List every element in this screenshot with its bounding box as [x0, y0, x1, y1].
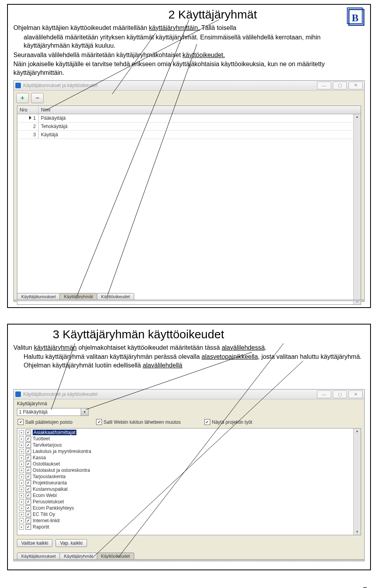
tab-permissions[interactable]: Käyttöoikeudet	[97, 553, 134, 559]
tree-node[interactable]: +✔Kustannuspaikat	[19, 486, 359, 492]
tree-node[interactable]: +✔Ostotilaukset	[19, 461, 359, 467]
minimize-button[interactable]: —	[317, 82, 331, 89]
maximize-button[interactable]: ▢	[333, 390, 347, 398]
text-underline: alavälilehdessä	[222, 344, 265, 351]
expand-icon[interactable]: +	[19, 449, 24, 454]
expand-icon[interactable]: +	[19, 480, 24, 486]
expand-icon[interactable]: +	[19, 493, 24, 498]
window-titlebar: Käyttäjätunnukset ja käyttöoikeudet — ▢ …	[14, 390, 364, 399]
expand-icon[interactable]: +	[19, 487, 24, 492]
slide2-body: Valitun käyttäjäryhmän ohjelmakohtaiset …	[13, 343, 365, 370]
tree-node[interactable]: +✔Kassa	[19, 454, 359, 461]
slide-2: 3 Käyttäjäryhmän käyttöoikeudet Valitun …	[7, 324, 371, 570]
text: ohjelmakohtaiset käyttöoikeudet määritet…	[77, 344, 222, 351]
tree-node[interactable]: +✔Asiakkaat/toimittajat	[19, 429, 359, 436]
scroll-up-icon[interactable]: ▲	[356, 115, 359, 119]
select-all-button[interactable]: Valitse kaikki	[17, 539, 52, 547]
checkbox-icon[interactable]: ✔	[26, 474, 31, 479]
checkbox-icon[interactable]: ✔	[26, 505, 31, 511]
tree-label: Ecom Webi	[33, 493, 57, 498]
tree-node[interactable]: +✔Tarviketarjous	[19, 442, 359, 448]
chevron-down-icon[interactable]: ▼	[81, 408, 88, 415]
checkbox-icon[interactable]: ✔	[26, 449, 31, 454]
table-row[interactable]: 2 Tehokäyttäjä	[17, 122, 353, 131]
minimize-button[interactable]: —	[317, 390, 331, 398]
table-row[interactable]: 1 Pääkäyttäjä	[17, 114, 353, 122]
checkbox-icon[interactable]: ✔	[26, 499, 31, 505]
tree-node[interactable]: +✔Ostolaskut ja ostoreskontra	[19, 467, 359, 473]
chk-show-project-work[interactable]: ✔Näytä projektin työt	[204, 419, 252, 425]
tree-node[interactable]: +✔EC Tilit Oy	[19, 511, 359, 518]
tree-node[interactable]: +✔Laskutus ja myyntireskontra	[19, 448, 359, 454]
text: Valitun	[13, 344, 34, 351]
expand-icon[interactable]: +	[19, 462, 24, 467]
expand-icon[interactable]: +	[19, 506, 24, 511]
checkbox-icon[interactable]: ✔	[26, 467, 31, 473]
checkbox-icon[interactable]: ✔	[26, 518, 31, 523]
expand-icon[interactable]: +	[19, 443, 24, 448]
expand-icon[interactable]: +	[19, 436, 24, 441]
button-row: Valitse kaikki Vap. kaikki	[14, 538, 364, 549]
text: Ohjelman käyttäjien käyttöoikeudet määri…	[13, 24, 149, 31]
col-nro[interactable]: Nro	[17, 106, 39, 114]
expand-icon[interactable]: +	[19, 525, 24, 530]
release-all-button[interactable]: Vap. kaikki	[56, 539, 87, 547]
tab-user-accounts[interactable]: Käyttäjätunnukset	[17, 293, 60, 300]
table-row[interactable]: 3 Käyttäjä	[17, 131, 353, 139]
expand-icon[interactable]: +	[19, 499, 24, 505]
tree-node[interactable]: +✔Tarjouslaskenta	[19, 473, 359, 480]
col-nimi[interactable]: Nimi	[39, 106, 361, 114]
add-row-button[interactable]: +	[16, 93, 29, 103]
expand-icon[interactable]: +	[19, 474, 24, 479]
tree-node[interactable]: +✔Projektiseuranta	[19, 480, 359, 486]
tree-node[interactable]: +✔Ecom Webi	[19, 492, 359, 499]
cell-nro: 2	[17, 122, 39, 130]
tree-node[interactable]: +✔Raportit	[19, 524, 359, 530]
tab-permissions[interactable]: Käyttöoikeudet	[97, 293, 134, 300]
tree-label: Laskutus ja myyntireskontra	[33, 449, 91, 454]
vertical-scrollbar[interactable]: ▲ ▼	[353, 114, 361, 304]
close-button[interactable]: ✕	[348, 82, 363, 89]
checkbox-icon[interactable]: ✔	[26, 486, 31, 492]
checkbox-icon[interactable]: ✔	[26, 455, 31, 460]
tree-node[interactable]: +✔Tuotteet	[19, 436, 359, 442]
slide2-title: 3 Käyttäjäryhmän käyttöoikeudet	[13, 328, 365, 341]
maximize-button[interactable]: ▢	[333, 82, 347, 89]
tab-user-groups[interactable]: Käyttäjäryhmät	[59, 553, 97, 559]
vertical-scrollbar[interactable]: ▲ ▼	[353, 428, 361, 535]
options-row: ✔Salli päätietojen poisto ✔Salli Webiin …	[14, 417, 364, 427]
checkbox-icon[interactable]: ✔	[26, 436, 31, 441]
close-button[interactable]: ✕	[348, 390, 363, 398]
checkbox-icon[interactable]: ✔	[26, 524, 31, 530]
tree-node[interactable]: +✔Internet-linkit	[19, 518, 359, 524]
checkbox-icon[interactable]: ✔	[26, 512, 31, 517]
checkbox-icon[interactable]: ✔	[26, 442, 31, 448]
scroll-down-icon[interactable]: ▼	[356, 530, 359, 534]
checkbox-icon[interactable]: ✔	[26, 430, 31, 435]
checkbox-icon[interactable]: ✔	[26, 461, 31, 467]
tree-node[interactable]: +✔Perusoletukset	[19, 499, 359, 505]
tree-label: Raportit	[33, 524, 49, 530]
chk-label: Näytä projektin työt	[212, 419, 252, 425]
permissions-tree[interactable]: +✔Asiakkaat/toimittajat+✔Tuotteet+✔Tarvi…	[17, 428, 361, 535]
expand-icon[interactable]: +	[19, 512, 24, 517]
remove-row-button[interactable]: −	[31, 93, 44, 103]
expand-icon[interactable]: +	[19, 468, 24, 473]
expand-icon[interactable]: +	[19, 455, 24, 460]
chk-allow-delete[interactable]: ✔Salli päätietojen poisto	[18, 419, 72, 425]
checkbox-icon[interactable]: ✔	[26, 480, 31, 486]
expand-icon[interactable]: +	[19, 430, 24, 435]
tab-user-accounts[interactable]: Käyttäjätunnukset	[17, 553, 60, 559]
group-dropdown-value: 1 Pääkäyttäjä	[17, 408, 81, 415]
expand-icon[interactable]: +	[19, 518, 24, 523]
checkbox-icon[interactable]: ✔	[26, 493, 31, 498]
group-dropdown[interactable]: 1 Pääkäyttäjä ▼	[17, 408, 89, 416]
tree-label: Projektiseuranta	[33, 480, 67, 486]
chk-allow-web-edit[interactable]: ✔Salli Webiin lukitun lähetteen muutos	[96, 419, 181, 425]
text: Näin jokaiselle käyttäjälle ei tarvitse …	[13, 60, 365, 77]
scroll-up-icon[interactable]: ▲	[356, 429, 359, 433]
tree-node[interactable]: +✔Ecom Pankkiyhteys	[19, 505, 359, 511]
toolbar: + −	[14, 91, 364, 106]
tab-user-groups[interactable]: Käyttäjäryhmät	[59, 293, 97, 300]
page-number: 7	[0, 586, 378, 588]
